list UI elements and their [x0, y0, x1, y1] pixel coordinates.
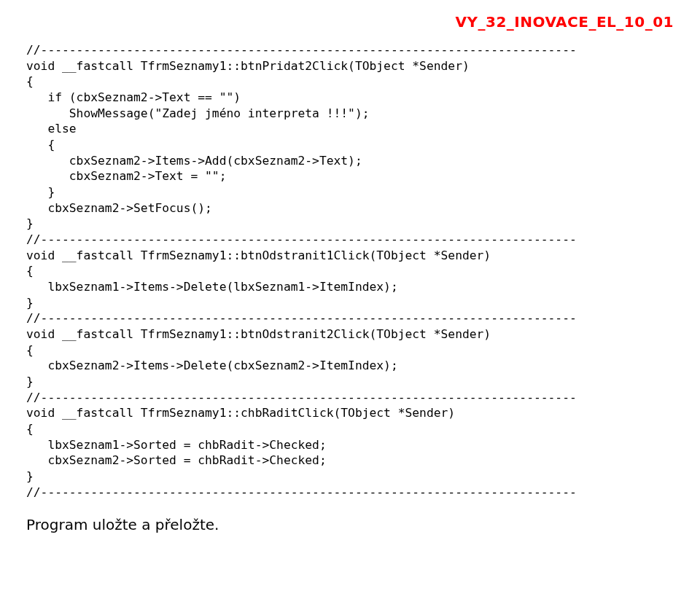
- code-line: void __fastcall TfrmSeznamy1::btnOdstran…: [26, 248, 491, 262]
- code-line: cbxSeznam2->Sorted = chbRadit->Checked;: [26, 453, 327, 467]
- code-line: lbxSeznam1->Items->Delete(lbxSeznam1->It…: [26, 280, 398, 294]
- page-container: VY_32_INOVACE_EL_10_01 //---------------…: [0, 0, 700, 607]
- footer-note: Program uložte a přeložte.: [26, 516, 674, 533]
- code-line: //--------------------------------------…: [26, 391, 577, 404]
- code-line: {: [26, 74, 34, 88]
- code-line: cbxSeznam2->SetFocus();: [26, 201, 212, 215]
- code-line: }: [26, 216, 34, 230]
- code-line: //--------------------------------------…: [26, 43, 577, 57]
- code-line: void __fastcall TfrmSeznamy1::btnPridat2…: [26, 59, 470, 73]
- code-line: //--------------------------------------…: [26, 311, 577, 325]
- code-line: //--------------------------------------…: [26, 232, 577, 246]
- code-line: else: [26, 122, 77, 136]
- code-line: }: [26, 375, 34, 388]
- code-line: {: [26, 343, 34, 357]
- code-line: }: [26, 469, 34, 483]
- code-line: }: [26, 296, 34, 310]
- code-line: lbxSeznam1->Sorted = chbRadit->Checked;: [26, 438, 327, 452]
- code-line: {: [26, 138, 55, 152]
- code-line: }: [26, 185, 55, 199]
- code-line: if (cbxSeznam2->Text == ""): [26, 90, 241, 104]
- code-line: {: [26, 264, 34, 278]
- code-line: //--------------------------------------…: [26, 485, 577, 499]
- code-line: cbxSeznam2->Items->Delete(cbxSeznam2->It…: [26, 359, 398, 372]
- code-line: {: [26, 422, 34, 436]
- code-line: cbxSeznam2->Items->Add(cbxSeznam2->Text)…: [26, 154, 362, 168]
- code-line: void __fastcall TfrmSeznamy1::chbRaditCl…: [26, 406, 455, 420]
- document-id: VY_32_INOVACE_EL_10_01: [26, 13, 674, 31]
- code-line: ShowMessage("Zadej jméno interpreta !!!"…: [26, 106, 370, 120]
- code-block: //--------------------------------------…: [26, 42, 674, 500]
- code-line: void __fastcall TfrmSeznamy1::btnOdstran…: [26, 327, 491, 341]
- code-line: cbxSeznam2->Text = "";: [26, 169, 226, 183]
